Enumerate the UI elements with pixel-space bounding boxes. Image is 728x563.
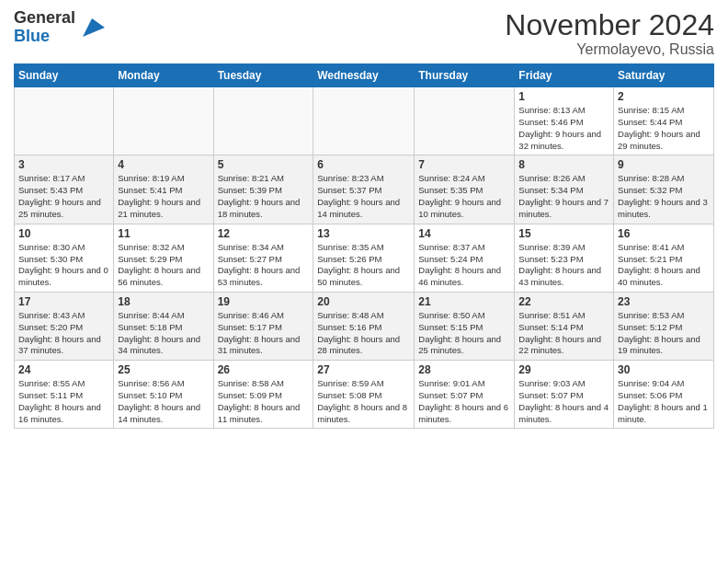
calendar-week-row: 1Sunrise: 8:13 AM Sunset: 5:46 PM Daylig…	[15, 87, 714, 155]
day-number: 7	[418, 158, 510, 171]
calendar-cell: 29Sunrise: 9:03 AM Sunset: 5:07 PM Dayli…	[515, 361, 614, 429]
day-number: 18	[118, 295, 209, 308]
col-wednesday: Wednesday	[313, 64, 415, 87]
col-saturday: Saturday	[614, 64, 714, 87]
calendar-table: Sunday Monday Tuesday Wednesday Thursday…	[14, 63, 714, 429]
day-info: Sunrise: 8:48 AM Sunset: 5:16 PM Dayligh…	[317, 310, 410, 357]
calendar-cell: 5Sunrise: 8:21 AM Sunset: 5:39 PM Daylig…	[213, 155, 313, 224]
day-number: 13	[317, 227, 410, 240]
calendar-cell: 13Sunrise: 8:35 AM Sunset: 5:26 PM Dayli…	[313, 224, 415, 292]
day-number: 19	[218, 295, 310, 308]
calendar-cell: 2Sunrise: 8:15 AM Sunset: 5:44 PM Daylig…	[614, 87, 714, 155]
calendar-cell	[15, 87, 114, 155]
day-number: 2	[618, 90, 710, 103]
col-friday: Friday	[515, 64, 614, 87]
location-title: Yermolayevo, Russia	[505, 41, 714, 58]
calendar-cell: 20Sunrise: 8:48 AM Sunset: 5:16 PM Dayli…	[313, 292, 415, 360]
day-number: 30	[618, 363, 710, 376]
day-info: Sunrise: 8:39 AM Sunset: 5:23 PM Dayligh…	[518, 242, 609, 289]
day-info: Sunrise: 8:23 AM Sunset: 5:37 PM Dayligh…	[317, 173, 410, 220]
calendar-cell: 26Sunrise: 8:58 AM Sunset: 5:09 PM Dayli…	[213, 361, 313, 429]
calendar-cell: 8Sunrise: 8:26 AM Sunset: 5:34 PM Daylig…	[515, 155, 614, 224]
month-title: November 2024	[505, 9, 714, 41]
day-number: 21	[418, 295, 510, 308]
calendar-cell: 16Sunrise: 8:41 AM Sunset: 5:21 PM Dayli…	[614, 224, 714, 292]
calendar-week-row: 3Sunrise: 8:17 AM Sunset: 5:43 PM Daylig…	[15, 155, 714, 224]
calendar-cell: 28Sunrise: 9:01 AM Sunset: 5:07 PM Dayli…	[415, 361, 515, 429]
day-info: Sunrise: 8:26 AM Sunset: 5:34 PM Dayligh…	[518, 173, 609, 220]
calendar-cell: 11Sunrise: 8:32 AM Sunset: 5:29 PM Dayli…	[114, 224, 213, 292]
day-info: Sunrise: 8:13 AM Sunset: 5:46 PM Dayligh…	[518, 105, 609, 152]
day-info: Sunrise: 8:46 AM Sunset: 5:17 PM Dayligh…	[218, 310, 310, 357]
calendar-cell: 27Sunrise: 8:59 AM Sunset: 5:08 PM Dayli…	[313, 361, 415, 429]
day-number: 8	[518, 158, 609, 171]
calendar-cell: 3Sunrise: 8:17 AM Sunset: 5:43 PM Daylig…	[15, 155, 114, 224]
day-info: Sunrise: 8:28 AM Sunset: 5:32 PM Dayligh…	[618, 173, 710, 220]
day-number: 25	[118, 363, 209, 376]
day-info: Sunrise: 8:21 AM Sunset: 5:39 PM Dayligh…	[218, 173, 310, 220]
calendar-week-row: 24Sunrise: 8:55 AM Sunset: 5:11 PM Dayli…	[15, 361, 714, 429]
day-number: 22	[518, 295, 609, 308]
day-number: 23	[618, 295, 710, 308]
calendar-cell: 14Sunrise: 8:37 AM Sunset: 5:24 PM Dayli…	[415, 224, 515, 292]
day-number: 20	[317, 295, 410, 308]
day-info: Sunrise: 8:15 AM Sunset: 5:44 PM Dayligh…	[618, 105, 710, 152]
day-number: 1	[518, 90, 609, 103]
calendar-cell: 25Sunrise: 8:56 AM Sunset: 5:10 PM Dayli…	[114, 361, 213, 429]
day-info: Sunrise: 8:17 AM Sunset: 5:43 PM Dayligh…	[18, 173, 109, 220]
calendar-cell: 22Sunrise: 8:51 AM Sunset: 5:14 PM Dayli…	[515, 292, 614, 360]
day-number: 27	[317, 363, 410, 376]
title-section: November 2024 Yermolayevo, Russia	[505, 9, 714, 58]
logo-text: General Blue	[14, 9, 75, 46]
day-info: Sunrise: 8:53 AM Sunset: 5:12 PM Dayligh…	[618, 310, 710, 357]
calendar-cell: 18Sunrise: 8:44 AM Sunset: 5:18 PM Dayli…	[114, 292, 213, 360]
calendar-cell: 21Sunrise: 8:50 AM Sunset: 5:15 PM Dayli…	[415, 292, 515, 360]
logo-blue: Blue	[14, 28, 75, 46]
calendar-cell	[114, 87, 213, 155]
calendar-week-row: 10Sunrise: 8:30 AM Sunset: 5:30 PM Dayli…	[15, 224, 714, 292]
day-number: 12	[218, 227, 310, 240]
day-number: 6	[317, 158, 410, 171]
day-info: Sunrise: 8:24 AM Sunset: 5:35 PM Dayligh…	[418, 173, 510, 220]
day-number: 4	[118, 158, 209, 171]
col-sunday: Sunday	[15, 64, 114, 87]
day-number: 28	[418, 363, 510, 376]
calendar-cell: 1Sunrise: 8:13 AM Sunset: 5:46 PM Daylig…	[515, 87, 614, 155]
day-number: 26	[218, 363, 310, 376]
logo-general: General	[14, 9, 75, 28]
calendar-cell: 6Sunrise: 8:23 AM Sunset: 5:37 PM Daylig…	[313, 155, 415, 224]
day-info: Sunrise: 8:37 AM Sunset: 5:24 PM Dayligh…	[418, 242, 510, 289]
calendar-week-row: 17Sunrise: 8:43 AM Sunset: 5:20 PM Dayli…	[15, 292, 714, 360]
day-info: Sunrise: 8:19 AM Sunset: 5:41 PM Dayligh…	[118, 173, 209, 220]
calendar-cell: 4Sunrise: 8:19 AM Sunset: 5:41 PM Daylig…	[114, 155, 213, 224]
day-number: 5	[218, 158, 310, 171]
day-number: 14	[418, 227, 510, 240]
day-info: Sunrise: 9:03 AM Sunset: 5:07 PM Dayligh…	[518, 378, 609, 425]
calendar-cell	[313, 87, 415, 155]
calendar-cell: 9Sunrise: 8:28 AM Sunset: 5:32 PM Daylig…	[614, 155, 714, 224]
day-info: Sunrise: 8:44 AM Sunset: 5:18 PM Dayligh…	[118, 310, 209, 357]
day-info: Sunrise: 8:58 AM Sunset: 5:09 PM Dayligh…	[218, 378, 310, 425]
calendar-body: 1Sunrise: 8:13 AM Sunset: 5:46 PM Daylig…	[15, 87, 714, 429]
calendar-header: Sunday Monday Tuesday Wednesday Thursday…	[15, 64, 714, 87]
calendar-cell: 12Sunrise: 8:34 AM Sunset: 5:27 PM Dayli…	[213, 224, 313, 292]
calendar-cell: 10Sunrise: 8:30 AM Sunset: 5:30 PM Dayli…	[15, 224, 114, 292]
calendar-cell: 19Sunrise: 8:46 AM Sunset: 5:17 PM Dayli…	[213, 292, 313, 360]
day-info: Sunrise: 8:43 AM Sunset: 5:20 PM Dayligh…	[18, 310, 109, 357]
calendar-cell	[213, 87, 313, 155]
calendar-cell: 15Sunrise: 8:39 AM Sunset: 5:23 PM Dayli…	[515, 224, 614, 292]
calendar-cell: 23Sunrise: 8:53 AM Sunset: 5:12 PM Dayli…	[614, 292, 714, 360]
page: General Blue November 2024 Yermolayevo, …	[0, 0, 728, 563]
day-info: Sunrise: 8:50 AM Sunset: 5:15 PM Dayligh…	[418, 310, 510, 357]
day-info: Sunrise: 8:55 AM Sunset: 5:11 PM Dayligh…	[18, 378, 109, 425]
header: General Blue November 2024 Yermolayevo, …	[14, 9, 714, 58]
day-number: 10	[18, 227, 109, 240]
header-row: Sunday Monday Tuesday Wednesday Thursday…	[15, 64, 714, 87]
day-info: Sunrise: 9:04 AM Sunset: 5:06 PM Dayligh…	[618, 378, 710, 425]
calendar-cell	[415, 87, 515, 155]
day-info: Sunrise: 9:01 AM Sunset: 5:07 PM Dayligh…	[418, 378, 510, 425]
day-number: 16	[618, 227, 710, 240]
day-info: Sunrise: 8:41 AM Sunset: 5:21 PM Dayligh…	[618, 242, 710, 289]
day-info: Sunrise: 8:32 AM Sunset: 5:29 PM Dayligh…	[118, 242, 209, 289]
col-thursday: Thursday	[415, 64, 515, 87]
